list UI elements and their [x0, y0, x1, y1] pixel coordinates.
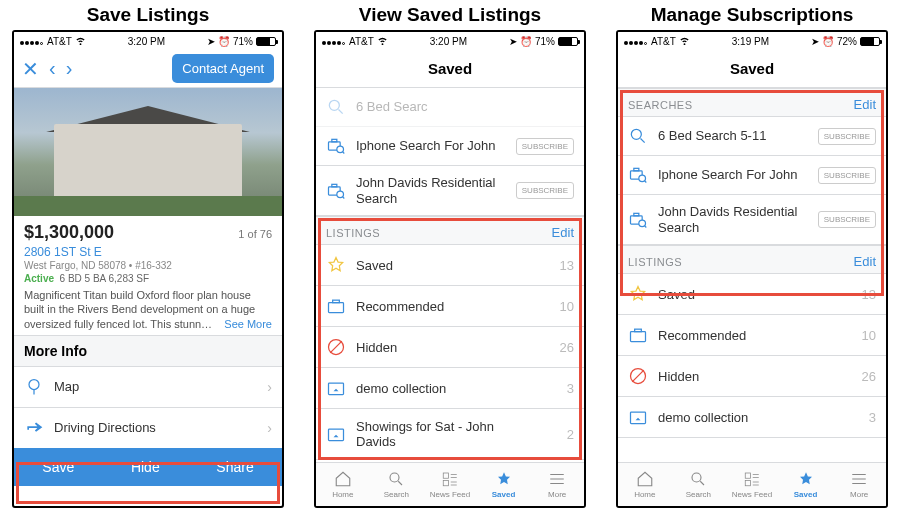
carrier-label: AT&T [651, 36, 676, 47]
item-count: 3 [869, 410, 876, 425]
star-icon [628, 284, 648, 304]
signal-dots-icon [20, 36, 44, 47]
svg-point-1 [329, 100, 339, 110]
briefcase-icon [326, 296, 346, 316]
tab-home[interactable]: Home [618, 463, 672, 506]
item-label: Saved [356, 258, 393, 273]
address-line2: West Fargo, ND 58078 • #16-332 [24, 260, 272, 271]
share-button[interactable]: Share [216, 459, 253, 475]
wifi-icon [75, 35, 86, 48]
wifi-icon [679, 35, 690, 48]
search-row[interactable]: John Davids Residential Search SUBSCRIBE [618, 195, 886, 245]
listings-header: LISTINGS Edit [618, 245, 886, 274]
list-item[interactable]: Saved 13 [316, 245, 584, 286]
svg-rect-6 [332, 184, 337, 187]
item-count: 13 [560, 258, 574, 273]
tab-search[interactable]: Search [672, 463, 726, 506]
search-label: Iphone Search For John [356, 138, 506, 154]
status-bar: AT&T 3:19 PM ➤ ⏰ 72% [618, 32, 886, 50]
subscribe-button[interactable]: SUBSCRIBE [516, 182, 574, 199]
edit-link[interactable]: Edit [854, 254, 876, 269]
item-count: 13 [862, 287, 876, 302]
svg-rect-29 [745, 481, 750, 486]
list-item[interactable]: Hidden 26 [316, 327, 584, 368]
listing-action-bar: Save Hide Share [14, 448, 282, 486]
hidden-icon [628, 366, 648, 386]
list-item[interactable]: Recommended 10 [618, 315, 886, 356]
contact-agent-button[interactable]: Contact Agent [172, 54, 274, 83]
svg-rect-21 [634, 213, 639, 216]
svg-rect-28 [745, 473, 750, 478]
svg-point-16 [631, 129, 641, 139]
svg-rect-15 [443, 481, 448, 486]
clock: 3:20 PM [430, 36, 467, 47]
subscribe-button[interactable]: SUBSCRIBE [818, 128, 876, 145]
search-row[interactable]: Iphone Search For John SUBSCRIBE [618, 156, 886, 195]
svg-point-7 [337, 191, 344, 198]
search-row-ghost[interactable]: 6 Bed Searc [316, 88, 584, 127]
edit-link[interactable]: Edit [854, 97, 876, 112]
tab-home[interactable]: Home [316, 463, 370, 506]
battery-pct: 71% [535, 36, 555, 47]
item-label: Hidden [658, 369, 699, 384]
chevron-right-icon: › [267, 420, 272, 436]
svg-rect-3 [332, 139, 337, 142]
search-row[interactable]: 6 Bed Search 5-11 SUBSCRIBE [618, 117, 886, 156]
tab-search[interactable]: Search [370, 463, 424, 506]
status-bar: AT&T 3:20 PM ➤ ⏰ 71% [316, 32, 584, 50]
svg-point-27 [692, 473, 701, 482]
list-item[interactable]: Showings for Sat - John Davids 2 [316, 409, 584, 460]
tab-more[interactable]: More [832, 463, 886, 506]
list-item[interactable]: demo collection 3 [618, 397, 886, 438]
subscribe-button[interactable]: SUBSCRIBE [516, 138, 574, 155]
signal-dots-icon [322, 36, 346, 47]
item-count: 2 [567, 427, 574, 442]
phone-save-listings: AT&T 3:20 PM ➤ ⏰ 71% ✕ ‹ › Contact Agent [12, 30, 284, 508]
location-icon: ➤ [509, 36, 517, 47]
svg-rect-18 [634, 168, 639, 171]
tab-newsfeed[interactable]: News Feed [423, 463, 477, 506]
subscribe-button[interactable]: SUBSCRIBE [818, 167, 876, 184]
search-label: John Davids Residential Search [658, 204, 808, 235]
phone-view-saved: AT&T 3:20 PM ➤ ⏰ 71% Saved 6 Bed Searc I… [314, 30, 586, 508]
tab-more[interactable]: More [530, 463, 584, 506]
svg-point-0 [29, 379, 39, 389]
tab-saved[interactable]: Saved [779, 463, 833, 506]
chevron-right-icon: › [267, 379, 272, 395]
next-icon[interactable]: › [66, 57, 73, 80]
driving-row[interactable]: Driving Directions › [14, 408, 282, 448]
price: $1,300,000 [24, 222, 114, 243]
briefcase-magnifier-icon [326, 136, 346, 156]
close-icon[interactable]: ✕ [22, 57, 39, 81]
save-button[interactable]: Save [42, 459, 74, 475]
see-more-link[interactable]: See More [224, 317, 272, 331]
list-item[interactable]: Hidden 26 [618, 356, 886, 397]
prev-icon[interactable]: ‹ [49, 57, 56, 80]
item-label: Saved [658, 287, 695, 302]
svg-rect-12 [329, 429, 344, 441]
battery-pct: 72% [837, 36, 857, 47]
hide-button[interactable]: Hide [131, 459, 160, 475]
item-count: 26 [560, 340, 574, 355]
searches-header: SEARCHES Edit [618, 88, 886, 117]
tab-newsfeed[interactable]: News Feed [725, 463, 779, 506]
listing-photo[interactable] [14, 88, 282, 216]
search-label: Iphone Search For John [658, 167, 808, 183]
search-label: 6 Bed Search 5-11 [658, 128, 808, 144]
search-row[interactable]: Iphone Search For John SUBSCRIBE [316, 127, 584, 166]
tab-saved[interactable]: Saved [477, 463, 531, 506]
map-row[interactable]: Map › [14, 367, 282, 408]
list-item[interactable]: Saved 13 [618, 274, 886, 315]
svg-point-13 [390, 473, 399, 482]
edit-link[interactable]: Edit [552, 225, 574, 240]
battery-icon [256, 37, 276, 46]
collection-icon [326, 424, 346, 444]
item-label: Recommended [658, 328, 746, 343]
list-item[interactable]: demo collection 3 [316, 368, 584, 409]
collection-icon [326, 378, 346, 398]
list-item[interactable]: Recommended 10 [316, 286, 584, 327]
search-label: 6 Bed Searc [356, 99, 574, 115]
subscribe-button[interactable]: SUBSCRIBE [818, 211, 876, 228]
map-pin-icon [24, 377, 44, 397]
search-row[interactable]: John Davids Residential Search SUBSCRIBE [316, 166, 584, 216]
